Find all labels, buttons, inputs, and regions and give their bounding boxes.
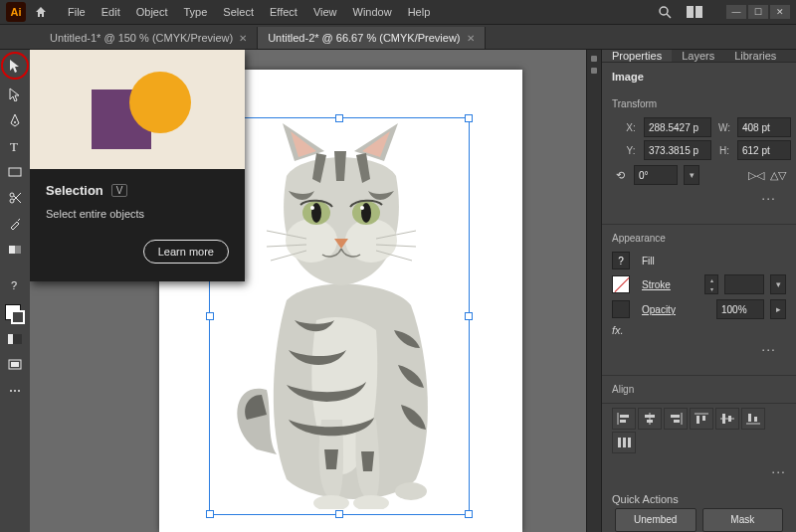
angle-dropdown[interactable]: ▾	[684, 165, 699, 185]
svg-rect-46	[748, 414, 751, 422]
w-field[interactable]: 408 pt	[737, 117, 791, 137]
stroke-weight-stepper[interactable]: ▴▾	[704, 274, 718, 294]
w-label: W:	[717, 122, 731, 133]
align-bottom-icon[interactable]	[741, 408, 765, 430]
resize-handle[interactable]	[335, 510, 343, 518]
resize-handle[interactable]	[465, 114, 473, 122]
type-tool[interactable]: T	[4, 135, 26, 157]
rectangle-tool[interactable]	[4, 161, 26, 183]
home-icon[interactable]	[32, 3, 50, 21]
menu-file[interactable]: File	[60, 6, 94, 18]
learn-more-button[interactable]: Learn more	[143, 240, 229, 264]
workspace-icon[interactable]	[687, 4, 702, 20]
menu-type[interactable]: Type	[176, 6, 216, 18]
menu-effect[interactable]: Effect	[262, 6, 305, 18]
opacity-field[interactable]: 100%	[716, 299, 764, 319]
unembed-button[interactable]: Unembed	[615, 508, 696, 532]
flip-horizontal-icon[interactable]: ▷◁	[748, 168, 764, 182]
stroke-weight-field[interactable]	[724, 274, 764, 294]
canvas[interactable]: Selection V Select entire objects Learn …	[30, 50, 586, 532]
section-heading: Appearance	[612, 233, 786, 244]
eyedropper-tool[interactable]	[4, 213, 26, 235]
tab-layers[interactable]: Layers	[672, 50, 724, 62]
window-minimize[interactable]: —	[726, 5, 746, 19]
y-field[interactable]: 373.3815 p	[644, 140, 711, 160]
resize-handle[interactable]	[465, 312, 473, 320]
svg-line-1	[667, 14, 671, 18]
resize-handle[interactable]	[465, 510, 473, 518]
window-controls: — ☐ ✕	[726, 5, 790, 19]
align-left-icon[interactable]	[612, 408, 636, 430]
edit-toolbar-icon[interactable]	[4, 380, 26, 402]
app-logo[interactable]: Ai	[6, 2, 26, 22]
help-tool[interactable]: ?	[4, 274, 26, 296]
angle-field[interactable]: 0°	[634, 165, 678, 185]
resize-handle[interactable]	[335, 114, 343, 122]
close-icon[interactable]: ✕	[467, 33, 475, 44]
stroke-swatch[interactable]	[11, 310, 25, 324]
menu-window[interactable]: Window	[345, 6, 400, 18]
more-options-icon[interactable]: ···	[612, 190, 786, 212]
x-field[interactable]: 288.5427 p	[644, 117, 711, 137]
distribute-icon[interactable]	[612, 432, 636, 453]
more-options-icon[interactable]: ···	[602, 463, 796, 485]
selection-type-section: Image	[602, 63, 796, 90]
svg-rect-48	[618, 438, 621, 447]
opacity-dropdown[interactable]: ▸	[770, 299, 786, 319]
align-buttons	[602, 404, 796, 463]
align-top-icon[interactable]	[690, 408, 713, 430]
opacity-label[interactable]: Opacity	[642, 304, 710, 315]
menu-select[interactable]: Select	[215, 6, 262, 18]
fx-label[interactable]: fx.	[612, 324, 624, 336]
mask-button[interactable]: Mask	[702, 508, 784, 532]
flip-vertical-icon[interactable]: △▽	[770, 168, 786, 182]
svg-rect-38	[674, 420, 680, 423]
svg-text:?: ?	[11, 279, 17, 291]
tab-libraries[interactable]: Libraries	[724, 50, 786, 62]
document-tab-2[interactable]: Untitled-2* @ 66.67 % (CMYK/Preview) ✕	[258, 27, 485, 49]
opacity-swatch-icon[interactable]	[612, 300, 630, 318]
svg-rect-32	[620, 420, 626, 423]
stroke-weight-dropdown[interactable]: ▾	[770, 274, 786, 294]
svg-rect-10	[9, 246, 15, 254]
document-tab-label: Untitled-2* @ 66.67 % (CMYK/Preview)	[268, 32, 460, 44]
y-label: Y:	[624, 145, 638, 156]
menu-view[interactable]: View	[305, 6, 345, 18]
menu-object[interactable]: Object	[128, 6, 176, 18]
scissors-tool[interactable]	[4, 187, 26, 209]
more-options-icon[interactable]: ···	[612, 341, 786, 363]
align-vcenter-icon[interactable]	[715, 408, 739, 430]
reference-point-icon[interactable]	[612, 126, 614, 152]
fill-stroke-swatch[interactable]	[5, 304, 25, 324]
quick-actions-section: Quick Actions Unembed Mask Crop Image Im…	[602, 485, 796, 532]
svg-rect-3	[696, 6, 702, 18]
align-right-icon[interactable]	[664, 408, 688, 430]
stroke-swatch-icon[interactable]	[612, 275, 630, 293]
menu-help[interactable]: Help	[400, 6, 439, 18]
fill-swatch-icon[interactable]: ?	[612, 252, 630, 269]
window-close[interactable]: ✕	[770, 5, 790, 19]
selection-bounding-box[interactable]	[209, 117, 470, 515]
svg-rect-50	[628, 438, 631, 447]
direct-selection-tool[interactable]	[4, 84, 26, 105]
h-field[interactable]: 612 pt	[737, 140, 791, 160]
svg-point-18	[18, 390, 20, 392]
menu-edit[interactable]: Edit	[94, 6, 128, 18]
search-icon[interactable]	[657, 4, 673, 20]
pen-tool[interactable]	[4, 109, 26, 131]
close-icon[interactable]: ✕	[239, 33, 247, 44]
resize-handle[interactable]	[206, 510, 214, 518]
panel-dock[interactable]	[586, 50, 602, 532]
align-hcenter-icon[interactable]	[638, 408, 662, 430]
resize-handle[interactable]	[206, 312, 214, 320]
window-maximize[interactable]: ☐	[748, 5, 768, 19]
stroke-label[interactable]: Stroke	[642, 279, 698, 290]
gradient-tool[interactable]	[4, 239, 26, 261]
svg-point-4	[14, 121, 16, 123]
selection-tool[interactable]	[1, 52, 29, 80]
svg-rect-6	[9, 168, 21, 176]
tab-properties[interactable]: Properties	[602, 50, 672, 62]
color-mode-icon[interactable]	[4, 328, 26, 350]
document-tab-1[interactable]: Untitled-1* @ 150 % (CMYK/Preview) ✕	[40, 27, 258, 49]
screen-mode-icon[interactable]	[4, 354, 26, 376]
